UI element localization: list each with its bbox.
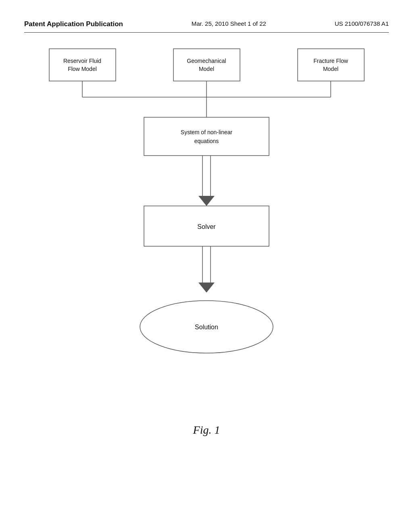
svg-text:Flow Model: Flow Model: [68, 66, 97, 72]
svg-text:System of non-linear: System of non-linear: [181, 129, 233, 135]
page: Patent Application Publication Mar. 25, …: [0, 0, 413, 532]
reservoir-fluid-box: [49, 49, 116, 81]
equations-box: [144, 117, 269, 156]
publication-label: Patent Application Publication: [24, 20, 123, 28]
svg-text:Fracture Flow: Fracture Flow: [313, 58, 348, 64]
page-header: Patent Application Publication Mar. 25, …: [24, 20, 389, 33]
svg-text:Geomechanical: Geomechanical: [187, 58, 226, 64]
date-sheet-label: Mar. 25, 2010 Sheet 1 of 22: [192, 20, 266, 27]
arrow-head-2: [198, 283, 215, 293]
patent-number-label: US 2100/076738 A1: [335, 20, 389, 27]
solution-label: Solution: [195, 324, 218, 330]
svg-text:Reservoir Fluid: Reservoir Fluid: [63, 58, 101, 64]
arrow-head-1: [198, 196, 215, 206]
svg-text:equations: equations: [194, 138, 219, 144]
fracture-flow-box: [298, 49, 364, 81]
figure-caption: Fig. 1: [24, 424, 389, 436]
svg-text:Solver: Solver: [197, 223, 216, 230]
geomechanical-box: [173, 49, 240, 81]
flow-diagram: Reservoir Fluid Flow Model Geomechanical…: [41, 37, 372, 407]
svg-text:Model: Model: [323, 66, 338, 72]
svg-text:Model: Model: [199, 66, 214, 72]
